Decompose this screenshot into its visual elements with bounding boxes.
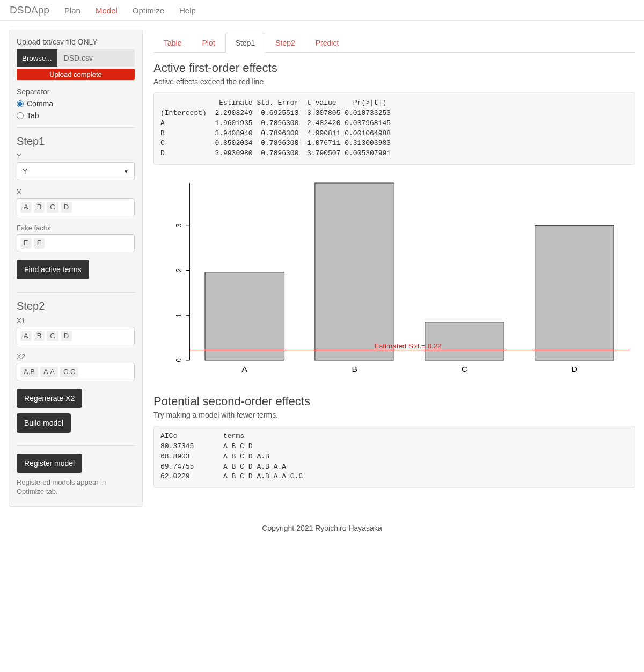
upload-row: Browse... DSD.csv (17, 49, 135, 67)
y-select[interactable]: Y ▼ (17, 162, 135, 180)
divider (17, 127, 135, 128)
x2-tag[interactable]: A.B (20, 367, 38, 377)
upload-label: Upload txt/csv file ONLY (17, 38, 135, 46)
first-order-subtitle: Active effects exceed the red line. (153, 77, 635, 86)
x-tag[interactable]: A (20, 202, 32, 213)
divider (17, 445, 135, 446)
regenerate-x2-button[interactable]: Regenerate X2 (17, 389, 82, 408)
first-order-table: Estimate Std. Error t value Pr(>|t|) (In… (153, 92, 635, 165)
x-tag[interactable]: D (61, 202, 72, 213)
svg-rect-9 (205, 272, 284, 360)
fake-tag[interactable]: E (20, 238, 32, 249)
sep-tab-radio[interactable] (17, 112, 24, 119)
sidebar-panel: Upload txt/csv file ONLY Browse... DSD.c… (9, 30, 143, 507)
register-model-button[interactable]: Register model (17, 454, 82, 473)
y-select-value: Y (23, 167, 27, 176)
upload-progress-bar: Upload complete (17, 69, 135, 80)
x1-tag[interactable]: A (20, 331, 32, 341)
svg-text:C: C (462, 366, 468, 374)
x-input[interactable]: A B C D (17, 198, 135, 216)
nav-help[interactable]: Help (179, 6, 196, 15)
sep-tab-label: Tab (27, 111, 39, 120)
fake-factor-label: Fake factor (17, 224, 135, 232)
second-order-subtitle: Try making a model with fewer terms. (153, 411, 635, 419)
uploaded-file-name: DSD.csv (57, 49, 135, 67)
navbar: DSDApp Plan Model Optimize Help (0, 0, 644, 21)
sep-tab-row[interactable]: Tab (17, 111, 135, 120)
x-tag[interactable]: C (47, 202, 58, 213)
svg-text:1: 1 (174, 313, 183, 317)
divider (17, 292, 135, 293)
x1-label: X1 (17, 317, 135, 325)
step2-heading: Step2 (17, 300, 135, 312)
nav-optimize[interactable]: Optimize (133, 6, 164, 15)
footer-copyright: Copyright 2021 Ryoichiro Hayasaka (0, 515, 644, 545)
x1-tag[interactable]: D (61, 331, 72, 341)
svg-text:0: 0 (174, 358, 183, 362)
x-tag[interactable]: B (34, 202, 45, 213)
nav-model[interactable]: Model (96, 6, 118, 15)
chevron-down-icon: ▼ (123, 169, 129, 174)
sep-comma-label: Comma (27, 99, 53, 108)
x2-tag[interactable]: C.C (60, 367, 78, 377)
build-model-button[interactable]: Build model (17, 413, 71, 433)
x-label: X (17, 188, 135, 196)
content-area: Table Plot Step1 Step2 Predict Active fi… (153, 30, 635, 501)
separator-label: Separator (17, 87, 135, 96)
x1-tag[interactable]: B (34, 331, 45, 341)
x2-label: X2 (17, 353, 135, 361)
second-order-table: AICc terms 80.37345 A B C D 68.8903 A B … (153, 426, 635, 488)
svg-text:D: D (572, 366, 578, 374)
nav-plan[interactable]: Plan (64, 6, 80, 15)
svg-text:3: 3 (174, 223, 183, 228)
content-tabs: Table Plot Step1 Step2 Predict (153, 33, 635, 53)
x1-tag[interactable]: C (47, 331, 58, 341)
x2-tag[interactable]: A.A (40, 367, 58, 377)
first-order-title: Active first-order effects (153, 61, 635, 75)
tab-step1[interactable]: Step1 (225, 33, 266, 53)
find-active-terms-button[interactable]: Find active terms (17, 260, 89, 279)
svg-rect-11 (315, 183, 394, 360)
effects-bar-chart: 0123ABCDEstimated Std.= 0.22 (153, 178, 635, 382)
svg-text:A: A (242, 366, 248, 374)
svg-rect-13 (425, 322, 504, 360)
svg-text:B: B (352, 366, 357, 374)
second-order-title: Potential second-order effects (153, 395, 635, 408)
svg-rect-15 (535, 225, 614, 360)
svg-text:2: 2 (174, 268, 183, 272)
x2-input[interactable]: A.B A.A C.C (17, 363, 135, 381)
register-help-text: Registered models appear in Optimize tab… (17, 478, 135, 496)
tab-plot[interactable]: Plot (192, 33, 225, 53)
fake-tag[interactable]: F (34, 238, 45, 249)
x1-input[interactable]: A B C D (17, 327, 135, 345)
tab-predict[interactable]: Predict (305, 33, 349, 53)
browse-button[interactable]: Browse... (17, 49, 57, 67)
y-label: Y (17, 152, 135, 160)
step1-heading: Step1 (17, 135, 135, 148)
sep-comma-radio[interactable] (17, 100, 24, 107)
tab-step2[interactable]: Step2 (265, 33, 305, 53)
tab-table[interactable]: Table (153, 33, 192, 53)
app-brand: DSDApp (10, 4, 49, 16)
sep-comma-row[interactable]: Comma (17, 99, 135, 108)
svg-text:Estimated Std.=  0.22: Estimated Std.= 0.22 (375, 342, 442, 349)
fake-factor-input[interactable]: E F (17, 234, 135, 252)
